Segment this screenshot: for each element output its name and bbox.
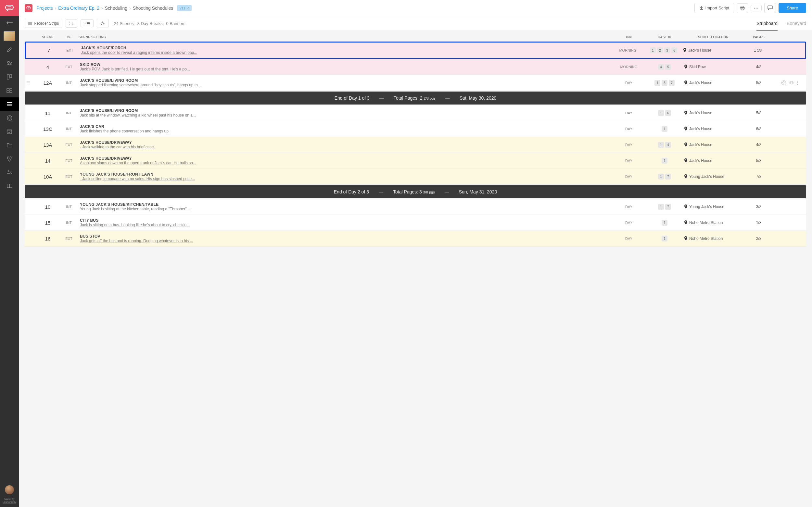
col-setting: SCENE SETTING: [79, 36, 613, 39]
setting-desc[interactable]: - Jack walking to the car with his brief…: [80, 145, 613, 149]
cast-chip[interactable]: 1: [650, 47, 656, 53]
add-strip-button[interactable]: +: [81, 19, 94, 27]
home-badge-icon[interactable]: [25, 4, 33, 12]
location-icon[interactable]: [0, 152, 19, 166]
scene-strip[interactable]: 14EXTJACK'S HOUSE/DRIVEWAYA toolbox slam…: [25, 153, 806, 169]
shoot-location[interactable]: Jack's House: [683, 48, 742, 53]
cast-chip[interactable]: 6: [671, 47, 677, 53]
cast-chip[interactable]: 4: [665, 142, 671, 148]
col-pages: PAGES: [743, 36, 775, 39]
setting-title: JACK'S HOUSE/DRIVEWAY: [80, 156, 613, 161]
cast-chip[interactable]: 7: [665, 174, 671, 179]
shoot-location[interactable]: Jack's House: [684, 158, 743, 163]
scene-strip[interactable]: 10INTYOUNG JACK'S HOUSE/KITCHEN/TABLEYou…: [25, 199, 806, 215]
chat-button[interactable]: [764, 3, 776, 13]
version-selector[interactable]: v11: [177, 5, 192, 11]
scene-strip[interactable]: 13CINTJACK'S CARJack finishes the phone …: [25, 121, 806, 137]
cast-chip[interactable]: 1: [658, 174, 664, 179]
shoot-location[interactable]: Jack's House: [684, 111, 743, 115]
cast-chip[interactable]: 1: [662, 126, 667, 132]
setting-desc[interactable]: Jack finishes the phone conversation and…: [80, 129, 613, 133]
map-pin-icon: [684, 80, 688, 85]
shoot-location[interactable]: Young Jack's House: [684, 205, 743, 209]
cast-chip[interactable]: 1: [655, 80, 660, 86]
shoot-location[interactable]: Noho Metro Station: [684, 236, 743, 241]
tab-stripboard[interactable]: Stripboard: [756, 21, 777, 31]
map-pin-icon: [684, 111, 688, 115]
setting-desc[interactable]: Jack sits at the window, watching a kid …: [80, 113, 613, 117]
setting-desc[interactable]: - Jack selling lemonade with no sales. H…: [80, 177, 613, 181]
cast-chip[interactable]: 2: [657, 47, 663, 53]
setting-desc[interactable]: Jack gets off the bus and is running. Do…: [80, 238, 613, 243]
print-button[interactable]: [737, 3, 748, 13]
cast-icon[interactable]: [0, 56, 19, 70]
import-script-button[interactable]: Import Script: [695, 3, 734, 13]
cast-chip[interactable]: 6: [665, 110, 671, 116]
user-avatar[interactable]: [5, 485, 14, 494]
back-arrow-icon[interactable]: [0, 16, 19, 29]
setting-desc[interactable]: A toolbox slams down on the open trunk o…: [80, 161, 613, 165]
nav-rail: Made ByLeanometry: [0, 0, 19, 507]
edit-icon[interactable]: [0, 43, 19, 56]
shoot-location[interactable]: Young Jack's House: [684, 174, 743, 179]
kebab-icon[interactable]: [797, 80, 798, 85]
day-break[interactable]: End of Day 2 of 3—Total Pages: 3 3/8 pgs…: [25, 185, 806, 198]
shoot-location[interactable]: Jack's House: [684, 80, 743, 85]
cast-chip[interactable]: 5: [662, 80, 667, 86]
filters-icon[interactable]: [0, 166, 19, 179]
stripboard-icon[interactable]: [0, 97, 19, 111]
setting-desc[interactable]: Jack's POV. Jack is terrified. He gets o…: [80, 67, 613, 71]
cast-chip[interactable]: 7: [669, 80, 675, 86]
cast-chip[interactable]: 1: [658, 204, 664, 210]
scene-strip[interactable]: 10AEXTYOUNG JACK'S HOUSE/FRONT LAWN- Jac…: [25, 169, 806, 185]
cast-chip[interactable]: 1: [658, 142, 664, 148]
cast-chip[interactable]: 1: [658, 110, 664, 116]
reorder-strips-button[interactable]: Reorder Strips: [25, 19, 62, 28]
reel-icon[interactable]: [0, 111, 19, 125]
cast-chip[interactable]: 7: [665, 204, 671, 210]
reel-icon[interactable]: [781, 80, 786, 86]
shoot-location[interactable]: Noho Metro Station: [684, 220, 743, 225]
scene-strip[interactable]: 12AINTJACK'S HOUSE/LIVING ROOMJack stopp…: [25, 75, 806, 91]
board-icon[interactable]: [0, 70, 19, 84]
calendar-icon[interactable]: [0, 125, 19, 138]
scene-strip[interactable]: 4EXTSKID ROWJack's POV. Jack is terrifie…: [25, 59, 806, 75]
cast-chip[interactable]: 1: [662, 220, 667, 226]
crumb-projects[interactable]: Projects: [36, 5, 53, 11]
crumb-project[interactable]: Extra Ordinary Ep. 2: [58, 5, 99, 11]
scene-strip[interactable]: 7EXTJACK'S HOUSE/PORCHJack opens the doo…: [25, 42, 806, 59]
cast-chip[interactable]: 1: [662, 158, 667, 164]
settings-button[interactable]: [97, 19, 108, 28]
stack-icon[interactable]: [789, 81, 794, 85]
shoot-location[interactable]: Jack's House: [684, 143, 743, 147]
cast-chip[interactable]: 5: [665, 64, 671, 70]
cast-chip[interactable]: 1: [662, 236, 667, 241]
setting-title: YOUNG JACK'S HOUSE/FRONT LAWN: [80, 172, 613, 177]
share-button[interactable]: Share: [778, 3, 806, 13]
day-night: DAY: [613, 205, 645, 209]
shoot-location[interactable]: Jack's House: [684, 127, 743, 131]
cast-chip[interactable]: 4: [658, 64, 664, 70]
tab-boneyard[interactable]: Boneyard: [786, 21, 806, 31]
shots-icon[interactable]: [0, 84, 19, 97]
scene-strip[interactable]: 16EXTBUS STOPJack gets off the bus and i…: [25, 231, 806, 247]
more-button[interactable]: [751, 5, 762, 11]
folder-icon[interactable]: [0, 138, 19, 152]
project-thumbnail[interactable]: [4, 31, 15, 41]
book-icon[interactable]: [0, 179, 19, 193]
cast-chip[interactable]: 3: [664, 47, 670, 53]
setting-desc[interactable]: Jack stopped listening somewhere around …: [80, 83, 613, 87]
setting-desc[interactable]: Jack opens the door to reveal a raging i…: [81, 50, 612, 55]
scene-strip[interactable]: 13AEXTJACK'S HOUSE/DRIVEWAY- Jack walkin…: [25, 137, 806, 153]
shoot-location[interactable]: Skid Row: [684, 65, 743, 69]
scene-strip[interactable]: 15INTCITY BUSJack is sitting on a bus. L…: [25, 215, 806, 231]
cast-ids: 1: [645, 236, 684, 241]
setting-desc[interactable]: Young Jack is sitting at the kitchen tab…: [80, 207, 613, 211]
svg-point-25: [10, 173, 11, 174]
day-break[interactable]: End of Day 1 of 3—Total Pages: 2 2/8 pgs…: [25, 92, 806, 105]
scene-strip[interactable]: 11INTJACK'S HOUSE/LIVING ROOMJack sits a…: [25, 105, 806, 121]
drag-handle-icon[interactable]: [27, 80, 36, 85]
setting-desc[interactable]: Jack is sitting on a bus. Looking like h…: [80, 223, 613, 227]
sort-button[interactable]: 12: [66, 19, 77, 27]
app-logo[interactable]: [0, 0, 19, 16]
